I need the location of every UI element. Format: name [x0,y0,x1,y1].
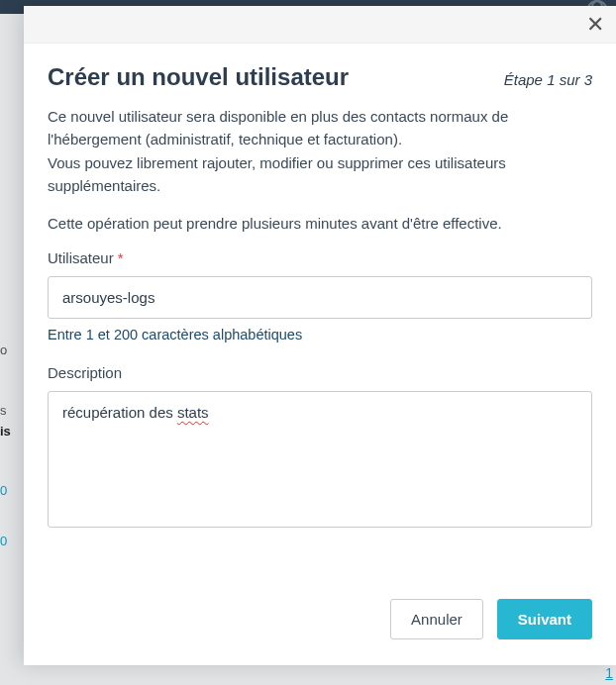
modal-footer: Annuler Suivant [24,585,616,665]
username-input[interactable] [48,276,592,319]
create-user-modal: ✕ Créer un nouvel utilisateur Étape 1 su… [24,6,616,665]
cancel-button[interactable]: Annuler [390,599,483,639]
username-hint: Entre 1 et 200 caractères alphabétiques [48,327,592,342]
description-line-1: Ce nouvel utilisateur sera disponible en… [48,105,592,151]
warning-text: Cette opération peut prendre plusieurs m… [48,215,592,232]
next-button[interactable]: Suivant [497,599,592,639]
description-label: Description [48,364,592,381]
spellcheck-underline: stats [177,404,209,421]
step-indicator: Étape 1 sur 3 [504,71,592,88]
description-textarea[interactable]: récupération des stats [48,391,592,528]
modal-body: Créer un nouvel utilisateur Étape 1 sur … [24,44,616,585]
description-line-2: Vous pouvez librement rajouter, modifier… [48,151,592,198]
close-icon[interactable]: ✕ [586,14,604,36]
modal-title: Créer un nouvel utilisateur [48,63,349,91]
modal-description: Ce nouvel utilisateur sera disponible en… [48,105,592,197]
username-label: Utilisateur* [48,249,592,266]
required-asterisk: * [118,249,124,266]
modal-header: ✕ [24,6,616,44]
